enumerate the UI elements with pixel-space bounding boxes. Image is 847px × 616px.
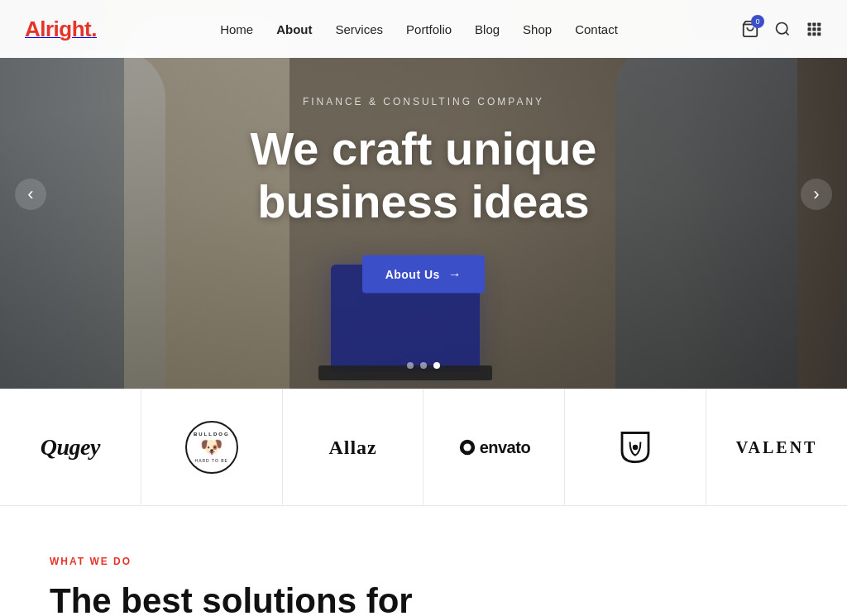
envato-text: envato — [480, 438, 530, 457]
svg-rect-2 — [808, 23, 811, 26]
nav-portfolio[interactable]: Portfolio — [406, 22, 452, 36]
grid-menu-button[interactable] — [806, 21, 822, 37]
bulldog-icon: 🐶 — [200, 437, 223, 458]
shield-logo — [615, 426, 655, 469]
svg-point-13 — [633, 445, 638, 450]
search-button[interactable] — [774, 21, 791, 37]
logo-text: Alright — [25, 17, 91, 41]
cart-button[interactable]: 0 — [741, 20, 759, 38]
logo: Alright. — [25, 17, 97, 41]
what-we-do-section: What We Do The best solutions for — [0, 506, 847, 616]
svg-rect-8 — [808, 32, 811, 36]
header-icons: 0 — [741, 20, 822, 38]
slider-dot-3[interactable] — [433, 362, 440, 369]
slider-dots — [407, 362, 440, 369]
nav-services[interactable]: Services — [336, 22, 384, 36]
bulldog-logo: BULLDOG 🐶 HARD TO BE — [185, 421, 238, 474]
shield-svg — [615, 427, 655, 467]
about-us-label: About Us — [385, 267, 440, 280]
svg-rect-3 — [812, 23, 816, 26]
hero-subtitle: Finance & Consulting Company — [155, 96, 692, 107]
logo-dot: . — [91, 17, 97, 41]
nav-shop[interactable]: Shop — [523, 22, 552, 36]
logo-item-envato: envato — [424, 389, 565, 505]
hero-title: We craft unique business ideas — [155, 122, 692, 229]
section-title: The best solutions for — [50, 580, 797, 616]
svg-rect-4 — [817, 23, 821, 26]
nav-home[interactable]: Home — [220, 22, 253, 36]
logo-link[interactable]: Alright. — [25, 17, 97, 42]
slider-dot-1[interactable] — [407, 362, 414, 369]
nav-blog[interactable]: Blog — [475, 22, 500, 36]
svg-point-12 — [463, 443, 471, 451]
grid-icon — [806, 21, 822, 37]
nav-about[interactable]: About — [276, 22, 312, 36]
svg-rect-5 — [808, 27, 811, 31]
about-us-button[interactable]: About Us → — [362, 255, 486, 293]
logo-item-allaz: Allaz — [283, 389, 424, 505]
logo-item-bulldog: BULLDOG 🐶 HARD TO BE — [141, 389, 283, 505]
envato-icon — [458, 438, 476, 456]
logo-item-shield — [565, 389, 706, 505]
svg-point-1 — [777, 23, 787, 34]
cart-badge: 0 — [751, 15, 764, 28]
svg-rect-7 — [817, 27, 821, 31]
laptop-base — [318, 365, 492, 380]
logo-item-qugey: Qugey — [0, 389, 141, 505]
logos-section: Qugey BULLDOG 🐶 HARD TO BE Allaz envato — [0, 389, 847, 506]
slider-dot-2[interactable] — [420, 362, 427, 369]
slider-prev-button[interactable]: ‹ — [15, 179, 46, 210]
search-icon — [774, 21, 791, 37]
svg-rect-6 — [812, 27, 816, 31]
arrow-icon: → — [448, 266, 462, 281]
site-header: Alright. Home About Services Portfolio B… — [0, 0, 847, 58]
svg-rect-9 — [812, 32, 816, 36]
nav-contact[interactable]: Contact — [575, 22, 618, 36]
bulldog-text-bot: HARD TO BE — [195, 458, 228, 463]
logo-item-valent: VALENT — [706, 389, 847, 505]
envato-logo: envato — [458, 438, 530, 457]
hero-content: Finance & Consulting Company We craft un… — [155, 96, 692, 294]
allaz-logo: Allaz — [328, 437, 376, 459]
qugey-logo: Qugey — [41, 434, 100, 461]
svg-rect-10 — [817, 32, 821, 36]
slider-next-button[interactable]: › — [801, 179, 832, 210]
main-nav: Home About Services Portfolio Blog Shop … — [220, 22, 618, 36]
hero-title-line2: business ideas — [257, 175, 590, 227]
hero-section: Finance & Consulting Company We craft un… — [0, 0, 847, 389]
hero-title-line1: We craft unique — [250, 122, 596, 174]
section-label: What We Do — [50, 556, 797, 567]
valent-logo: VALENT — [736, 438, 818, 457]
